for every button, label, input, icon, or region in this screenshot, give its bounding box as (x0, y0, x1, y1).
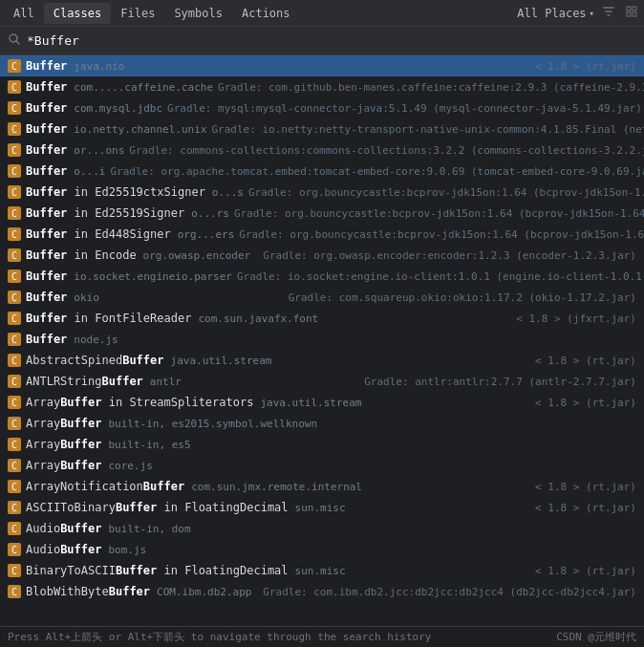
result-location: < 1.8 > (rt.jar) (535, 397, 636, 409)
tab-classes[interactable]: Classes (44, 3, 112, 24)
svg-rect-0 (627, 7, 631, 11)
list-item[interactable]: CBuffer in Ed25519Signero...rsGradle: or… (0, 203, 644, 224)
list-item[interactable]: CAudioBufferbuilt-in, dom (0, 518, 644, 539)
list-item[interactable]: CBuffer in FontFileReadercom.sun.javafx.… (0, 308, 644, 329)
result-name: ASCIIToBinaryBuffer in FloatingDecimal (26, 501, 289, 514)
result-name: ANTLRStringBuffer (26, 375, 143, 388)
layout-icon[interactable] (623, 3, 640, 23)
list-item[interactable]: CArrayBufferbuilt-in, es5 (0, 434, 644, 455)
result-qualifier: java.util.stream (260, 397, 361, 409)
class-icon: C (8, 459, 21, 472)
list-item[interactable]: CBuffero...iGradle: org.apache.tomcat.em… (0, 161, 644, 182)
class-icon: C (8, 80, 21, 94)
svg-rect-3 (633, 12, 636, 16)
class-icon: C (8, 143, 21, 157)
svg-rect-1 (633, 7, 636, 11)
result-name: Buffer in Ed25519ctxSigner (26, 185, 205, 199)
result-qualifier: java.util.stream (171, 355, 272, 367)
list-item[interactable]: CANTLRStringBufferantlrGradle: antlr:ant… (0, 371, 644, 392)
result-name: Buffer (26, 122, 67, 136)
result-location: Gradle: org.bouncycastle:bcprov-jdk15on:… (234, 207, 644, 220)
result-name: Buffer (26, 143, 67, 157)
result-name: BinaryToASCIIBuffer in FloatingDecimal (26, 564, 289, 577)
tab-all[interactable]: All (4, 3, 44, 24)
result-location: < 1.8 > (rt.jar) (535, 481, 636, 493)
results-list: CBufferjava.nio< 1.8 > (rt.jar)CBufferco… (0, 55, 644, 626)
class-icon: C (8, 248, 21, 262)
result-name: Buffer (26, 164, 67, 178)
list-item[interactable]: CBufferio.socket.engineio.parserGradle: … (0, 266, 644, 287)
class-icon: C (8, 206, 21, 220)
result-qualifier: com.sun.javafx.font (198, 313, 318, 325)
result-location: < 1.8 > (rt.jar) (535, 60, 636, 73)
list-item[interactable]: CArrayBuffer in StreamSpliteratorsjava.u… (0, 392, 644, 413)
result-qualifier: com.mysql.jdbc (74, 102, 162, 115)
result-qualifier: COM.ibm.db2.app (157, 586, 251, 598)
result-qualifier: or...ons (74, 144, 124, 157)
result-location: Gradle: commons-collections:commons-coll… (129, 144, 644, 157)
result-name: Buffer (26, 291, 67, 304)
class-icon: C (8, 227, 21, 241)
class-icon: C (8, 480, 21, 493)
result-location: Gradle: org.owasp.encoder:encoder:1.2.3 … (263, 249, 636, 262)
result-name: Buffer in Ed448Signer (26, 227, 171, 241)
class-icon: C (8, 312, 21, 325)
result-qualifier: antlr (150, 376, 182, 388)
result-name: Buffer in FontFileReader (26, 312, 191, 325)
list-item[interactable]: CBuffercom.mysql.jdbcGradle: mysql:mysql… (0, 97, 644, 119)
list-item[interactable]: CBufferjava.nio< 1.8 > (rt.jar) (0, 55, 644, 76)
list-item[interactable]: CAbstractSpinedBufferjava.util.stream< 1… (0, 350, 644, 371)
list-item[interactable]: CBuffernode.js (0, 329, 644, 350)
result-name: AudioBuffer (26, 543, 101, 556)
list-item[interactable]: CAudioBufferbom.js (0, 539, 644, 560)
result-name: Buffer in Ed25519Signer (26, 206, 184, 220)
status-text: Press Alt+上箭头 or Alt+下箭头 to navigate thr… (8, 630, 432, 644)
svg-point-4 (10, 34, 17, 42)
result-location: Gradle: com.ibm.db2.jcc:db2jcc:db2jcc4 (… (263, 586, 636, 598)
list-item[interactable]: CBinaryToASCIIBuffer in FloatingDecimals… (0, 560, 644, 581)
class-icon: C (8, 270, 21, 283)
class-icon: C (8, 396, 21, 409)
list-item[interactable]: CBufferio.netty.channel.unixGradle: io.n… (0, 119, 644, 140)
list-item[interactable]: CArrayNotificationBuffercom.sun.jmx.remo… (0, 476, 644, 497)
search-bar (0, 27, 644, 55)
result-name: ArrayBuffer (26, 438, 101, 451)
result-qualifier: built-in, dom (108, 523, 190, 535)
list-item[interactable]: CBufferokioGradle: com.squareup.okio:oki… (0, 287, 644, 308)
status-right: CSDN @元维时代 (556, 630, 636, 644)
class-icon: C (8, 375, 21, 388)
list-item[interactable]: CBufferor...onsGradle: commons-collectio… (0, 140, 644, 161)
class-icon: C (8, 438, 21, 451)
search-input[interactable] (27, 33, 636, 48)
result-qualifier: java.nio (74, 60, 124, 73)
list-item[interactable]: CBuffercom.....caffeine.cacheGradle: com… (0, 76, 644, 97)
list-item[interactable]: CBuffer in Ed25519ctxSignero...sGradle: … (0, 182, 644, 203)
filter-icon[interactable] (600, 3, 617, 23)
tab-files[interactable]: Files (111, 3, 164, 24)
list-item[interactable]: CBuffer in Encodeorg.owasp.encoderGradle… (0, 245, 644, 266)
class-icon: C (8, 333, 21, 346)
tab-symbols[interactable]: Symbols (164, 3, 232, 24)
result-location: < 1.8 > (rt.jar) (535, 565, 636, 577)
result-qualifier: built-in, es5 (108, 439, 190, 451)
list-item[interactable]: CArrayBufferbuilt-in, es2015.symbol.well… (0, 413, 644, 434)
result-qualifier: core.js (108, 460, 152, 472)
result-location: < 1.8 > (jfxrt.jar) (516, 313, 636, 325)
result-qualifier: bom.js (108, 544, 146, 556)
list-item[interactable]: CBuffer in Ed448Signerorg...ersGradle: o… (0, 224, 644, 245)
all-places-dropdown[interactable]: All Places ▾ (517, 7, 594, 20)
result-name: AbstractSpinedBuffer (26, 354, 164, 367)
top-bar: All Classes Files Symbols Actions All Pl… (0, 0, 644, 27)
result-name: ArrayBuffer (26, 459, 101, 472)
list-item[interactable]: CASCIIToBinaryBuffer in FloatingDecimals… (0, 497, 644, 518)
list-item[interactable]: CArrayBuffercore.js (0, 455, 644, 476)
list-item[interactable]: CBlobWithByteBufferCOM.ibm.db2.appGradle… (0, 581, 644, 602)
result-name: ArrayBuffer (26, 417, 101, 430)
result-name: BlobWithByteBuffer (26, 585, 150, 598)
tab-actions[interactable]: Actions (232, 3, 300, 24)
result-qualifier: io.netty.channel.unix (74, 123, 206, 136)
class-icon: C (8, 543, 21, 556)
result-location: Gradle: com.github.ben-manes.caffeine:ca… (218, 81, 644, 94)
svg-line-5 (17, 42, 20, 45)
result-location: Gradle: mysql:mysql-connector-java:5.1.4… (167, 102, 642, 115)
